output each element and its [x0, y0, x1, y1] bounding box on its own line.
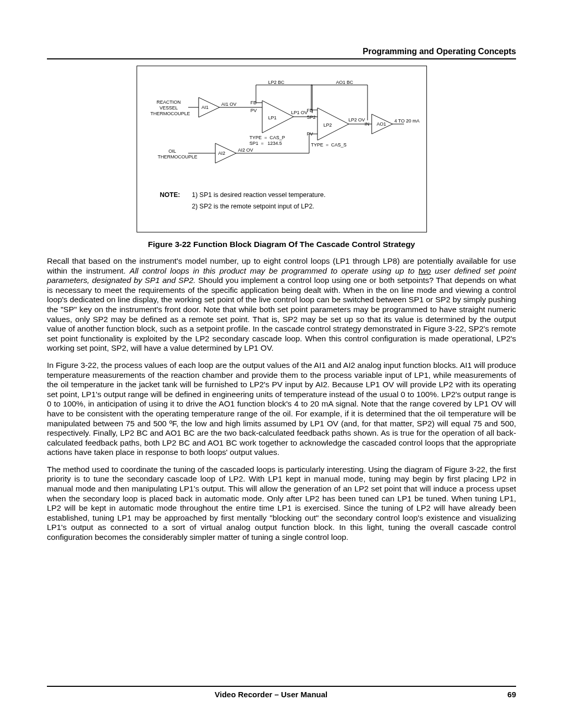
header-rule: [47, 58, 516, 59]
note-line-1: 1) SP1 is desired reaction vessel temper…: [192, 191, 325, 199]
label-lp1: LP1: [268, 115, 277, 121]
label-reaction-tc: REACTION VESSEL THERMOCOUPLE: [151, 100, 187, 117]
label-fb2: FB: [307, 108, 313, 114]
label-ao1-bc: AO1 BC: [336, 80, 353, 85]
figure-diagram: REACTION VESSEL THERMOCOUPLE OIL THERMOC…: [137, 66, 427, 232]
svg-marker-2: [262, 101, 293, 133]
paragraph-2: In Figure 3-22, the process values of ea…: [47, 361, 516, 458]
label-type-cas-p: TYPE = CAS_P SP1 = 1234.5: [250, 135, 285, 146]
figure-note: NOTE: 1) SP1 is desired reaction vessel …: [160, 189, 326, 212]
label-pv1: PV: [251, 108, 257, 114]
footer-title: Video Recorder – User Manual: [47, 690, 495, 699]
label-lp2-ov: LP2 OV: [349, 117, 365, 123]
label-type-cas-s: TYPE = CAS_S: [311, 142, 347, 148]
footer-page-number: 69: [495, 690, 516, 699]
label-lp2-bc: LP2 BC: [268, 80, 285, 85]
label-sp2: SP2: [307, 115, 316, 120]
label-pv2: PV: [307, 131, 313, 137]
note-label: NOTE:: [160, 189, 190, 201]
label-output: 4 TO 20 mA: [395, 118, 420, 124]
label-lp2: LP2: [324, 122, 332, 128]
p1-part-c: Should you implement a control loop usin…: [47, 276, 516, 352]
page: Programming and Operating Concepts: [0, 0, 563, 728]
label-ai1-ov: AI1 OV: [222, 102, 237, 107]
figure-caption: Figure 3-22 Function Block Diagram Of Th…: [47, 240, 516, 249]
p1-two: two: [419, 266, 431, 275]
label-ai2: AI2: [218, 151, 226, 156]
note-line-2: 2) SP2 is the remote setpoint input of L…: [192, 203, 314, 210]
p1-italic-pre: All control loops in this product may be…: [129, 266, 418, 275]
label-ao1: AO1: [377, 121, 386, 127]
label-ai2-ov: AI2 OV: [238, 147, 253, 153]
label-ai1: AI1: [202, 105, 209, 110]
paragraph-1: Recall that based on the instrument's mo…: [47, 256, 516, 353]
label-in: IN: [365, 121, 370, 127]
svg-marker-3: [317, 108, 349, 140]
label-oil-tc: OIL THERMOCOUPLE: [158, 149, 187, 160]
label-lp1-ov: LP1 OV: [291, 110, 308, 116]
section-heading: Programming and Operating Concepts: [47, 47, 516, 56]
label-fb1: FB: [251, 100, 257, 106]
paragraph-3: The method used to coordinate the tuning…: [47, 465, 516, 542]
footer: Video Recorder – User Manual 69: [47, 686, 516, 699]
